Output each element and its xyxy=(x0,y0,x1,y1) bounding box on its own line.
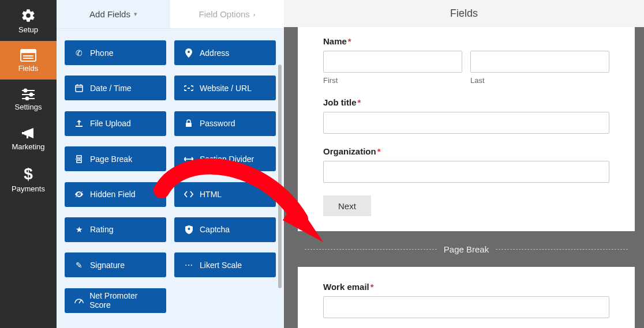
field-signature[interactable]: ✎Signature xyxy=(65,252,166,277)
sliders-icon xyxy=(0,88,57,100)
pagebreak-label: Page Break xyxy=(444,244,489,254)
field-organization[interactable]: Organization* xyxy=(323,146,609,183)
nav-payments[interactable]: $ Payments xyxy=(0,158,57,200)
nav-label: Payments xyxy=(12,184,45,193)
tab-label: Add Fields xyxy=(89,9,130,19)
next-button[interactable]: Next xyxy=(323,195,371,216)
svg-rect-17 xyxy=(77,160,81,163)
preview-body: Name* First Last Job title* Organ xyxy=(284,27,644,328)
field-label: HTML xyxy=(200,190,222,199)
svg-line-23 xyxy=(79,300,81,303)
field-label: Signature xyxy=(90,261,125,270)
field-work-email[interactable]: Work email* xyxy=(323,282,609,318)
svg-point-22 xyxy=(188,228,190,230)
field-label: Date / Time xyxy=(90,84,132,93)
field-job-title[interactable]: Job title* xyxy=(323,97,609,134)
field-website[interactable]: Website / URL xyxy=(174,76,276,100)
field-label: File Upload xyxy=(90,119,131,128)
chevron-down-icon: ▾ xyxy=(134,10,137,18)
nav-label: Marketing xyxy=(12,142,44,151)
svg-rect-1 xyxy=(21,50,36,53)
calendar-icon xyxy=(73,84,85,92)
field-label: Captcha xyxy=(200,225,230,234)
field-fileupload[interactable]: File Upload xyxy=(65,111,166,136)
required-mark: * xyxy=(370,282,374,292)
shield-icon xyxy=(182,225,195,234)
work-email-input[interactable] xyxy=(323,296,609,318)
field-captcha[interactable]: Captcha xyxy=(174,217,276,242)
form-section-1: Name* First Last Job title* Organ xyxy=(298,27,635,231)
dollar-icon: $ xyxy=(0,166,57,182)
label-text: Organization xyxy=(323,146,376,156)
field-phone[interactable]: ✆Phone xyxy=(65,40,166,65)
chevron-right-icon: › xyxy=(253,11,256,18)
field-label: Net Promoter Score xyxy=(89,291,158,310)
svg-rect-16 xyxy=(77,156,81,158)
tab-label: Field Options xyxy=(199,9,249,19)
field-address[interactable]: Address xyxy=(174,40,276,65)
bullhorn-icon xyxy=(0,126,57,140)
upload-icon xyxy=(73,119,85,127)
field-section-divider[interactable]: Section Divider xyxy=(174,146,276,171)
divider-icon xyxy=(182,157,195,161)
fields-panel: Add Fields ▾ Field Options › ✆Phone Addr… xyxy=(57,0,284,328)
pagebreak-icon xyxy=(73,155,85,163)
form-section-2: Work email* xyxy=(298,267,635,328)
field-label: Phone xyxy=(90,48,113,58)
sublabel-first: First xyxy=(323,76,462,85)
dots-icon: ⋯ xyxy=(182,261,195,270)
svg-point-7 xyxy=(30,93,33,96)
required-mark: * xyxy=(348,36,351,46)
field-likert[interactable]: ⋯Likert Scale xyxy=(174,252,276,277)
pencil-icon: ✎ xyxy=(73,261,85,270)
field-label: Rating xyxy=(90,225,113,234)
star-icon: ★ xyxy=(73,225,85,234)
field-nps[interactable]: Net Promoter Score xyxy=(65,288,166,313)
nav-settings[interactable]: Settings xyxy=(0,80,57,118)
last-name-input[interactable] xyxy=(470,51,609,73)
nav-marketing[interactable]: Marketing xyxy=(0,118,57,158)
field-label: Hidden Field xyxy=(90,190,136,199)
field-label: Section Divider xyxy=(200,154,254,164)
tab-field-options[interactable]: Field Options › xyxy=(170,0,284,28)
field-password[interactable]: Password xyxy=(174,111,276,136)
field-label: Password xyxy=(200,119,235,128)
field-name[interactable]: Name* First Last xyxy=(323,36,609,85)
first-name-input[interactable] xyxy=(323,51,462,73)
left-nav: Setup Fields Settings Marketing $ Paymen… xyxy=(0,0,57,328)
field-pagebreak[interactable]: Page Break xyxy=(65,146,166,171)
nav-label: Fields xyxy=(18,64,39,73)
eye-off-icon xyxy=(73,191,85,198)
sublabel-last: Last xyxy=(470,76,609,85)
nav-fields[interactable]: Fields xyxy=(0,41,57,80)
preview-pane: Fields Name* First Last Job title* xyxy=(284,0,644,328)
pagebreak-divider[interactable]: Page Break xyxy=(298,231,635,267)
field-label: Website / URL xyxy=(200,84,252,93)
svg-rect-14 xyxy=(76,126,83,127)
label-text: Job title xyxy=(323,97,357,107)
field-hidden[interactable]: Hidden Field xyxy=(65,182,166,207)
tab-add-fields[interactable]: Add Fields ▾ xyxy=(57,0,170,28)
gauge-icon xyxy=(73,297,85,304)
organization-input[interactable] xyxy=(323,161,609,183)
preview-title: Fields xyxy=(284,0,644,27)
job-title-input[interactable] xyxy=(323,112,609,134)
field-rating[interactable]: ★Rating xyxy=(65,217,166,242)
pin-icon xyxy=(182,48,195,58)
svg-rect-10 xyxy=(76,85,83,92)
nav-label: Setup xyxy=(18,25,38,34)
field-html[interactable]: HTML xyxy=(174,182,276,207)
nav-setup[interactable]: Setup xyxy=(0,0,57,41)
label-text: Name xyxy=(323,36,347,46)
link-icon xyxy=(182,85,195,91)
required-mark: * xyxy=(377,146,381,156)
scrollbar-thumb[interactable] xyxy=(278,65,282,288)
svg-point-9 xyxy=(26,97,29,100)
field-label: Page Break xyxy=(90,154,132,164)
phone-icon: ✆ xyxy=(73,48,85,58)
scrollbar[interactable] xyxy=(278,33,282,287)
lock-icon xyxy=(182,119,195,127)
svg-point-5 xyxy=(24,89,27,92)
label-text: Work email xyxy=(323,282,369,292)
field-datetime[interactable]: Date / Time xyxy=(65,76,166,100)
